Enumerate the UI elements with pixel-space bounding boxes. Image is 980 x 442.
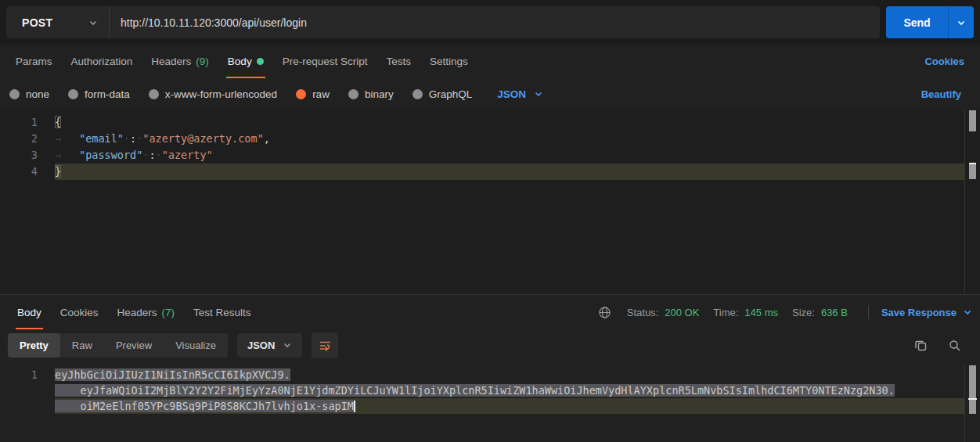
editor-scrollbar[interactable]	[964, 110, 980, 294]
body-type-graphql[interactable]: GraphQL	[413, 88, 473, 100]
time-label: Time:	[713, 307, 738, 318]
editor-lines: 1{2→"email"·:·"azerty@azerty.com",3→"pas…	[0, 114, 980, 180]
tab-label: Tests	[386, 56, 411, 67]
body-type-bar: none form-data x-www-form-urlencoded raw…	[0, 78, 980, 110]
code-token-string: "azerty@azerty.com"	[142, 132, 263, 145]
copy-icon[interactable]	[914, 339, 928, 352]
search-icon[interactable]	[948, 339, 961, 352]
response-line-content: eyJhbGciOiJIUzI1NiIsInR5cCI6IkpXVCJ9.	[55, 367, 964, 383]
unsaved-changes-dot	[257, 58, 264, 65]
code-line: 3→"password"·:·"azerty"	[0, 147, 980, 164]
send-options-button[interactable]	[948, 6, 974, 38]
code-token-punct: :	[149, 149, 155, 161]
response-tab-test-results[interactable]: Test Results	[184, 295, 261, 329]
response-meta: Status: 200 OK Time: 145 ms Size: 636 B …	[598, 295, 972, 329]
body-type-form-data[interactable]: form-data	[68, 88, 130, 100]
request-tabs: Params Authorization Headers(9) Body Pre…	[0, 45, 980, 78]
radio-icon	[9, 89, 20, 99]
response-tab-headers[interactable]: Headers(7)	[108, 295, 185, 329]
text-cursor	[354, 401, 355, 412]
line-number: 1	[0, 114, 55, 131]
wrap-text-icon	[319, 339, 332, 352]
tab-body[interactable]: Body	[218, 45, 273, 78]
option-label: x-www-form-urlencoded	[165, 88, 277, 100]
code-token-arrow: →	[55, 147, 79, 164]
response-token-text: eyJfaWQiOiI2MjBlY2Y2Y2FiMjEyYzA0NjE1Yjdm…	[55, 384, 895, 397]
tab-authorization[interactable]: Authorization	[62, 45, 142, 78]
raw-language-dropdown[interactable]: JSON	[497, 88, 543, 100]
network-globe-icon[interactable]	[598, 306, 611, 319]
chevron-down-icon	[88, 18, 98, 27]
tab-label: Params	[16, 56, 52, 67]
code-token-punct: ,	[264, 132, 270, 145]
option-label: binary	[365, 88, 394, 100]
radio-icon	[348, 89, 358, 99]
chevron-down-icon	[283, 340, 292, 350]
body-type-raw[interactable]: raw	[296, 88, 330, 100]
url-input[interactable]: http://10.10.11.120:3000/api/user/login	[110, 6, 880, 38]
response-language-dropdown[interactable]: JSON	[237, 333, 302, 358]
tab-label: Authorization	[71, 56, 133, 67]
tab-label: Headers	[151, 56, 191, 67]
response-tab-body[interactable]: Body	[8, 295, 51, 329]
option-label: GraphQL	[429, 88, 473, 100]
code-token-string: "azerty"	[162, 149, 213, 161]
response-token-text: eyJhbGciOiJIUzI1NiIsInR5cCI6IkpXVCJ9.	[55, 368, 290, 381]
body-type-none[interactable]: none	[9, 88, 49, 100]
method-dropdown[interactable]: POST	[6, 6, 110, 38]
code-line-content: }	[55, 164, 964, 180]
code-token-bracket: {	[55, 116, 61, 128]
code-token-dot: ·	[124, 132, 130, 145]
tab-params[interactable]: Params	[6, 45, 62, 78]
view-preview[interactable]: Preview	[104, 333, 164, 358]
response-pane: Body Cookies Headers(7) Test Results Sta…	[0, 294, 980, 434]
url-text: http://10.10.11.120:3000/api/user/login	[121, 16, 307, 29]
size-value: 636 B	[821, 307, 848, 318]
beautify-link[interactable]: Beautify	[912, 88, 971, 100]
response-token-text: oiM2eElnf05YPc9BSq9PiP8S8KCJh7lvhjo1x-sa…	[55, 400, 354, 412]
view-pretty[interactable]: Pretty	[8, 333, 60, 358]
code-line: 2→"email"·:·"azerty@azerty.com",	[0, 131, 980, 147]
chevron-down-icon	[963, 307, 972, 317]
request-url-bar: POST http://10.10.11.120:3000/api/user/l…	[0, 0, 980, 45]
send-button[interactable]: Send	[886, 6, 948, 38]
tab-tests[interactable]: Tests	[377, 45, 420, 78]
code-token-bracket: }	[55, 165, 61, 178]
code-line: 1{	[0, 114, 980, 131]
response-toolbar: Pretty Raw Preview Visualize JSON	[0, 329, 980, 361]
cookies-link[interactable]: Cookies	[915, 45, 974, 78]
radio-selected-icon	[296, 89, 306, 99]
save-response-label: Save Response	[881, 307, 957, 318]
status-value: 200 OK	[665, 307, 699, 318]
size-label: Size:	[792, 307, 815, 318]
request-body-editor[interactable]: 1{2→"email"·:·"azerty@azerty.com",3→"pas…	[0, 110, 980, 294]
divider	[868, 305, 869, 319]
method-label: POST	[22, 16, 52, 29]
scrollbar-marker	[969, 110, 976, 131]
tab-label: Settings	[430, 56, 468, 67]
tab-label: Headers	[117, 307, 157, 318]
save-response-dropdown[interactable]: Save Response	[881, 307, 972, 318]
view-visualize[interactable]: Visualize	[164, 333, 228, 358]
tab-headers[interactable]: Headers(9)	[142, 45, 218, 78]
view-raw[interactable]: Raw	[60, 333, 104, 358]
tab-settings[interactable]: Settings	[420, 45, 477, 78]
scrollbar-cursor-marker	[968, 398, 977, 400]
code-token-key: "password"	[79, 149, 142, 161]
response-scrollbar[interactable]	[964, 364, 980, 442]
tab-pre-request-script[interactable]: Pre-request Script	[273, 45, 377, 78]
status-label: Status:	[627, 307, 658, 318]
response-line-content: oiM2eElnf05YPc9BSq9PiP8S8KCJh7lvhjo1x-sa…	[55, 398, 964, 414]
option-label: form-data	[85, 88, 130, 100]
response-body[interactable]: 1eyJhbGciOiJIUzI1NiIsInR5cCI6IkpXVCJ9. e…	[0, 361, 980, 435]
body-type-x-www-form-urlencoded[interactable]: x-www-form-urlencoded	[149, 88, 277, 100]
wrap-lines-button[interactable]	[312, 332, 338, 358]
language-label: JSON	[247, 340, 275, 351]
response-tab-cookies[interactable]: Cookies	[51, 295, 108, 329]
radio-icon	[413, 89, 423, 99]
tab-label: Body	[17, 307, 41, 318]
time-value: 145 ms	[744, 307, 778, 318]
response-headers-count: (7)	[162, 307, 175, 318]
body-type-binary[interactable]: binary	[348, 88, 394, 100]
chevron-down-icon	[534, 89, 543, 99]
